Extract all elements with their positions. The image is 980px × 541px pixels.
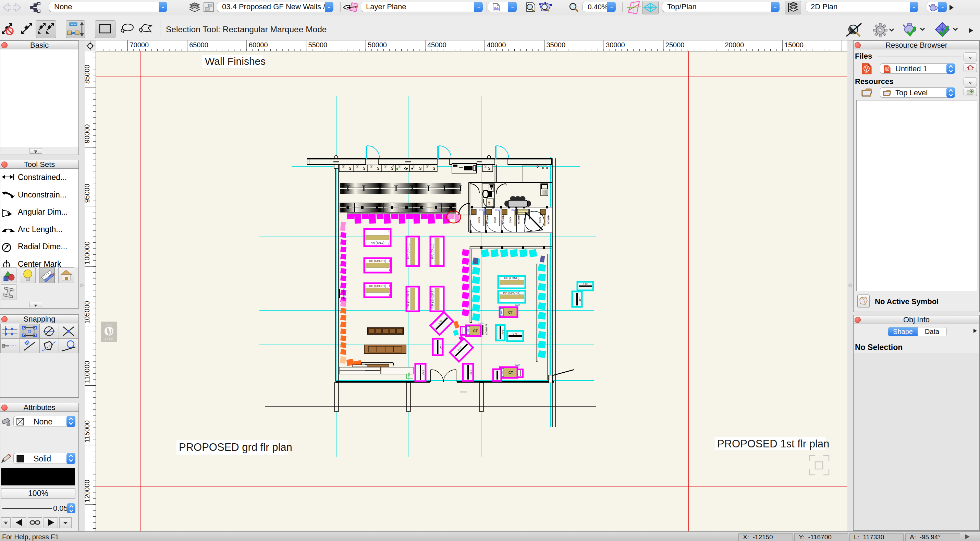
- svg-text:1988: 1988: [105, 337, 113, 340]
- svg-text:110000: 110000: [84, 361, 91, 383]
- svg-text:MIRROR: MIRROR: [342, 288, 345, 299]
- svg-text:1400: 1400: [515, 364, 520, 367]
- svg-text:45000: 45000: [427, 41, 447, 49]
- svg-text:MIRROR: MIRROR: [485, 324, 488, 336]
- svg-text:95000: 95000: [84, 184, 91, 203]
- svg-text:S: S: [419, 166, 422, 171]
- svg-text:(M): (M): [384, 165, 387, 169]
- svg-text:85000: 85000: [84, 65, 91, 84]
- svg-text:RR (SHORT): RR (SHORT): [369, 284, 386, 288]
- svg-text:MIRROR: MIRROR: [517, 215, 520, 224]
- svg-text:S AF: S AF: [512, 332, 518, 335]
- svg-text:(M): (M): [412, 165, 415, 169]
- svg-text:70000: 70000: [130, 41, 149, 49]
- svg-text:115000: 115000: [84, 420, 91, 443]
- svg-text:S: S: [377, 166, 379, 171]
- svg-text:S AF: S AF: [422, 370, 425, 375]
- svg-text:(M): (M): [484, 165, 487, 169]
- svg-text:1400: 1400: [515, 304, 520, 306]
- svg-text:RR (TALL): RR (TALL): [406, 244, 410, 259]
- svg-text:L AF: L AF: [502, 330, 504, 335]
- svg-text:105000: 105000: [84, 301, 91, 324]
- svg-text:120000: 120000: [84, 480, 91, 503]
- svg-text:30000: 30000: [606, 41, 625, 49]
- svg-text:S: S: [363, 166, 365, 171]
- svg-text:35000: 35000: [546, 41, 565, 49]
- svg-text:CR04: CR04: [478, 217, 480, 223]
- svg-text:RR (LONG): RR (LONG): [504, 276, 519, 280]
- svg-text:CT: CT: [508, 311, 512, 314]
- svg-text:CR02: CR02: [509, 217, 512, 223]
- svg-text:(M): (M): [342, 165, 345, 169]
- svg-text:S: S: [433, 166, 435, 171]
- svg-text:55000: 55000: [309, 41, 328, 49]
- svg-text:RR (SHORT): RR (SHORT): [430, 289, 434, 308]
- svg-text:CR03: CR03: [494, 217, 496, 223]
- svg-text:1296: 1296: [495, 209, 500, 212]
- svg-text:(M): (M): [356, 165, 359, 169]
- svg-text:20000: 20000: [725, 41, 744, 49]
- svg-text:800: 800: [467, 329, 469, 332]
- svg-text:800: 800: [501, 310, 503, 314]
- svg-text:1400: 1400: [478, 322, 484, 325]
- svg-text:60000: 60000: [249, 41, 268, 49]
- svg-text:S AF: S AF: [470, 370, 472, 375]
- svg-text:S: S: [488, 166, 490, 171]
- svg-text:40000: 40000: [487, 41, 506, 49]
- svg-text:100000: 100000: [84, 241, 91, 264]
- svg-text:(M): (M): [426, 165, 429, 169]
- svg-text:RR (SHORT): RR (SHORT): [369, 259, 386, 263]
- svg-text:CT: CT: [509, 371, 513, 375]
- svg-text:RR (SHORT): RR (SHORT): [406, 289, 410, 308]
- svg-text:VWX: VWX: [864, 71, 869, 73]
- svg-text:safe: safe: [488, 201, 490, 205]
- svg-text:L AF: L AF: [579, 297, 581, 302]
- svg-text:RR (TALL): RR (TALL): [371, 241, 385, 244]
- svg-text:(M): (M): [370, 165, 373, 169]
- svg-text:(M): (M): [398, 165, 401, 169]
- svg-text:50000: 50000: [368, 41, 387, 49]
- svg-text:65000: 65000: [189, 41, 208, 49]
- svg-text:1295: 1295: [479, 209, 484, 212]
- svg-text:PROPOSED grd flr plan: PROPOSED grd flr plan: [179, 441, 292, 453]
- svg-text:CT: CT: [473, 329, 478, 333]
- svg-text:RR (SHORT): RR (SHORT): [503, 291, 520, 295]
- svg-text:15000: 15000: [784, 41, 803, 49]
- svg-text:S AF: S AF: [582, 283, 588, 285]
- svg-text:1296: 1296: [511, 209, 516, 212]
- svg-text:MIRROR: MIRROR: [502, 215, 504, 224]
- svg-text:Wall Finishes: Wall Finishes: [205, 56, 266, 67]
- svg-text:RR (TALL): RR (TALL): [430, 244, 434, 259]
- svg-text:90000: 90000: [84, 124, 91, 143]
- svg-text:MIRROR: MIRROR: [486, 215, 488, 224]
- svg-text:600: 600: [408, 372, 410, 377]
- svg-text:MIRROR: MIRROR: [547, 215, 550, 224]
- svg-text:L AF: L AF: [440, 345, 442, 349]
- svg-text:S: S: [349, 166, 351, 171]
- svg-text:CR01: CR01: [539, 217, 541, 223]
- svg-text:PROPOSED 1st flr plan: PROPOSED 1st flr plan: [717, 438, 829, 450]
- svg-text:SINCE: SINCE: [106, 324, 112, 326]
- svg-text:25000: 25000: [665, 41, 685, 49]
